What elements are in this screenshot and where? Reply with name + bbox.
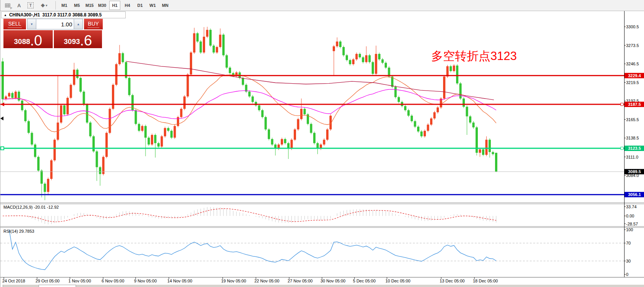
- svg-text:3089.5: 3089.5: [628, 169, 641, 174]
- date-axis-label: 5 Dec 05:00: [353, 279, 375, 283]
- svg-text:-28.57: -28.57: [626, 222, 638, 226]
- collapse-arrow-icon[interactable]: ▲: [4, 13, 7, 17]
- tab-timeframe-w1[interactable]: W1: [147, 1, 158, 10]
- date-axis-label: 1 Nov 05:00: [68, 279, 91, 283]
- date-axis-label: 24 Oct 2018: [2, 279, 25, 283]
- rsi-indicator-label: RSI(14) 29.7853: [3, 229, 34, 233]
- crosshair-grid-icon[interactable]: F: [2, 1, 13, 10]
- volume-decrease-button[interactable]: ▼: [27, 19, 36, 29]
- svg-text:3273.5: 3273.5: [626, 43, 639, 48]
- tab-timeframe-m1[interactable]: M1: [59, 1, 70, 10]
- svg-text:3187.5: 3187.5: [628, 102, 641, 107]
- text-label-icon[interactable]: T: [25, 1, 36, 10]
- trading-terminal-window: F A T ❖▾ M1M5M15M30H1H4D1W1MN 3300.53273…: [0, 0, 644, 287]
- svg-text:0: 0: [626, 272, 628, 277]
- svg-text:3123.5: 3123.5: [628, 146, 641, 151]
- svg-text:3138.5: 3138.5: [626, 136, 639, 140]
- date-axis-label: 30 Nov 05:00: [320, 279, 345, 283]
- toolbar: F A T ❖▾ M1M5M15M30H1H4D1W1MN: [0, 0, 644, 11]
- chevron-down-icon: ▾: [46, 4, 47, 7]
- toolbar-separator: [55, 1, 56, 10]
- svg-text:30: 30: [626, 259, 631, 263]
- date-axis-label: 10 Dec 05:00: [385, 279, 410, 283]
- chart-ohlc-values: 3117.0 3117.0 3088.8 3089.5: [42, 12, 102, 18]
- svg-text:3219.5: 3219.5: [626, 80, 639, 85]
- bottom-left-corner: [0, 285, 3, 287]
- svg-text:70: 70: [626, 241, 631, 245]
- svg-text:3229.4: 3229.4: [628, 73, 641, 78]
- svg-text:0.00: 0.00: [626, 214, 634, 218]
- date-axis-label: 29 Oct 05:00: [36, 279, 60, 283]
- buy-button[interactable]: BUY: [84, 19, 103, 29]
- tab-timeframe-m15[interactable]: M15: [84, 1, 95, 10]
- tab-timeframe-h1[interactable]: H1: [109, 1, 120, 10]
- bottom-edge-strip: [0, 285, 644, 287]
- chart-annotation-text[interactable]: 多空转折点3123: [431, 48, 517, 64]
- tab-timeframe-m30[interactable]: M30: [97, 1, 108, 10]
- bottom-panel-tab[interactable]: [39, 285, 76, 287]
- chart-title-bar[interactable]: ▲ CHINA300-,H1 3117.0 3117.0 3088.8 3089…: [1, 11, 126, 18]
- svg-text:3111.0: 3111.0: [626, 155, 638, 159]
- volume-increase-button[interactable]: ▲: [74, 19, 83, 29]
- svg-text:3165.5: 3165.5: [626, 117, 639, 122]
- chart-symbol-label: CHINA300-,H1: [9, 12, 40, 18]
- macd-indicator-label: MACD(12,26,9) -20.01 -12.92: [3, 205, 59, 209]
- date-axis-label: 22 Nov 05:00: [254, 279, 279, 283]
- tab-timeframe-h4[interactable]: H4: [122, 1, 133, 10]
- date-axis-label: 27 Nov 05:00: [288, 279, 312, 283]
- date-axis-label: 9 Nov 05:00: [134, 279, 157, 283]
- volume-input[interactable]: [36, 19, 74, 29]
- svg-text:3246.5: 3246.5: [626, 62, 639, 66]
- svg-text:3056.1: 3056.1: [628, 192, 641, 197]
- timeframe-buttons: M1M5M15M30H1H4D1W1MN: [58, 1, 172, 10]
- sell-button[interactable]: SELL: [3, 19, 26, 29]
- svg-text:3300.5: 3300.5: [626, 24, 639, 29]
- text-label-box: T: [28, 2, 34, 8]
- date-axis-label: 19 Nov 05:00: [221, 279, 246, 283]
- one-click-trade-panel: SELL ▼ ▲ BUY 3088.0 3093.6: [3, 19, 103, 48]
- arrows-objects-icon[interactable]: ❖▾: [36, 1, 52, 10]
- buy-price-display[interactable]: 3093.6: [54, 30, 102, 48]
- date-axis-label: 14 Nov 05:00: [167, 279, 192, 283]
- sell-price-display[interactable]: 3088.0: [3, 30, 53, 48]
- tab-timeframe-mn[interactable]: MN: [160, 1, 171, 10]
- svg-text:33.74: 33.74: [626, 204, 637, 209]
- date-axis-label: 13 Dec 05:00: [440, 279, 464, 283]
- tab-timeframe-m5[interactable]: M5: [71, 1, 83, 10]
- svg-text:100: 100: [626, 227, 633, 232]
- insert-text-icon[interactable]: A: [13, 1, 25, 10]
- date-axis-label: 6 Nov 05:00: [102, 279, 124, 283]
- tab-timeframe-d1[interactable]: D1: [134, 1, 146, 10]
- date-axis-label: 18 Dec 05:00: [473, 279, 498, 283]
